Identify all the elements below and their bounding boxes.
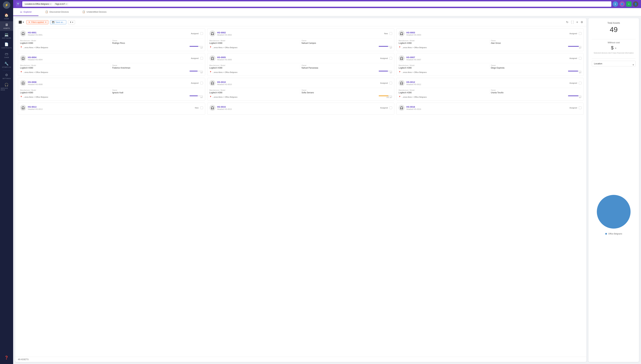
asset-checkbox[interactable] [579,106,581,109]
manufacturer-col: Manufacturer / Model Logitech H390 [20,40,111,44]
card-header: 🎧 HS-0015 Headset HS-0015 Assigned [209,105,392,111]
tab-discovered[interactable]: 📋 Discovered Devices [39,8,76,16]
progress-bar [568,96,581,96]
sidebar-item-settings[interactable]: ⚙ SETTINGS [0,71,13,81]
grid-settings-button[interactable]: ⚙ [580,20,584,24]
asset-subtitle: Headset HS-0013 [28,108,193,110]
location-select-wrap: Location ▾ [592,61,635,68]
asset-card[interactable]: 🎧 HS-0001 Headset HS-0001 Assigned Manuf… [18,28,205,51]
card-details: Manufacturer / Model Logitech H390 Owner… [209,88,392,94]
owner-label: Owner [491,40,580,42]
manufacturer-label: Manufacturer / Model [209,64,299,66]
manufacturer-label: Manufacturer / Model [399,89,488,91]
location-value: ...enos Aires > Office Belgrano [23,96,48,98]
asset-checkbox[interactable] [200,57,203,60]
toolbar-left: ⬛ ▾ ▼ Filters applied ✕ 💾 Save as... ⬇ ▾ [18,20,75,24]
location-select[interactable]: Location [592,61,635,66]
location-value: ...enos Aires > Office Belgrano [23,71,48,73]
save-as-button[interactable]: 💾 Save as... [50,20,66,24]
location-icon: 📍 [20,46,23,48]
asset-card[interactable]: 🎧 HS-0016 Headset HS-0016 Assigned [396,102,584,115]
search-button[interactable]: 🔍 [16,2,21,6]
asset-card[interactable]: 🎧 HS-0008 Headset HS-0008 Assigned Manuf… [18,78,205,100]
tag-label: IoT [390,72,392,74]
asset-checkbox[interactable] [390,106,392,109]
progress-bar [568,46,581,47]
card-header: 🎧 HS-0005 Headset HS-0005 Assigned [209,55,392,61]
asset-status: Assigned [569,107,577,109]
progress-bar [379,71,392,72]
user-button[interactable]: 👤 [633,1,638,7]
sidebar-item-cmdb[interactable]: 🗃 CMDB [0,50,13,60]
asset-info: HS-0005 Headset HS-0005 [217,56,379,61]
asset-status: Assigned [191,32,198,34]
asset-status: Assigned [569,82,577,84]
sidebar-item-service-desk[interactable]: 🎧 SERVICE DESK [0,81,13,92]
home-icon: 🏠 [5,13,9,17]
card-details: Manufacturer / Model Logitech H390 Owner… [399,63,581,69]
fullscreen-button[interactable]: ⛶ [570,20,574,24]
sidebar-item-label: SETTINGS [2,78,11,79]
sidebar-item-label: HOME [4,18,9,20]
sidebar-item-label: SERVICE DESK [1,88,13,91]
remove-tag-tags[interactable]: ✕ [66,3,67,5]
location-value: ...enos Aires > Office Belgrano [212,96,237,98]
asset-checkbox[interactable] [579,32,581,35]
asset-card[interactable]: 🎧 HS-0002 Headset HS-0002 New Manufactur… [207,28,395,51]
list-view-button[interactable]: ≡ [576,20,579,24]
card-footer: 📍 ...enos Aires > Office Belgrano IoT [399,46,581,49]
asset-card[interactable]: 🎧 HS-0005 Headset HS-0005 Assigned Manuf… [207,53,395,76]
asset-card[interactable]: 🎧 HS-0007 Headset HS-0007 Assigned Manuf… [396,53,584,76]
location-text: 📍 ...enos Aires > Office Belgrano [20,46,48,48]
sidebar-item-software[interactable]: 💻 SOFTWARE [0,31,13,40]
sidebar-item-other-cis[interactable]: 🔧 OTHER CIs [0,60,13,70]
location-value: ...enos Aires > Office Belgrano [402,96,427,98]
asset-status: New [384,32,388,34]
asset-card[interactable]: 🎧 HS-0004 Headset HS-0004 Assigned Manuf… [18,53,205,76]
manufacturer-col: Manufacturer / Model Logitech H390 [399,89,489,94]
asset-checkbox[interactable] [200,106,203,109]
asset-checkbox[interactable] [200,32,203,35]
asset-subtitle: Headset HS-0007 [406,58,568,61]
remove-tag-location[interactable]: ✕ [50,3,51,5]
asset-card[interactable]: 🎧 HS-0015 Headset HS-0015 Assigned [207,102,395,115]
sidebar-item-contracts[interactable]: 📄 CONTRACTS [0,40,13,50]
download-button[interactable]: ⬇ ▾ [68,20,75,24]
asset-icon: 🎧 [209,30,215,36]
apps-button[interactable]: 🔷 [619,1,625,7]
asset-checkbox[interactable] [200,82,203,84]
progress-fill [189,46,198,47]
asset-checkbox[interactable] [390,57,392,60]
asset-name: HS-0007 [406,56,568,58]
tab-explorer[interactable]: 🗂 Explorer [13,8,39,16]
sidebar-item-assets[interactable]: 🖥 ASSETS [0,21,13,31]
asset-checkbox[interactable] [390,32,392,35]
asset-card[interactable]: 🎧 HS-0012 Headset HS-0012 Assigned Manuf… [396,78,584,100]
sidebar-item-home[interactable]: 🏠 HOME [0,12,13,21]
asset-card[interactable]: 🎧 HS-0010 Headset HS-0010 Assigned Manuf… [207,78,395,100]
asset-status: Assigned [569,32,577,34]
tab-label: Discovered Devices [49,10,69,13]
asset-checkbox[interactable] [579,82,581,84]
progress-bar-wrap: IoT [379,71,392,74]
card-footer: 📍 ...enos Aires > Office Belgrano IoT [399,71,581,74]
info-button[interactable]: ℹ [613,1,618,7]
tab-unidentified[interactable]: 📋 Unidentified Devices [76,8,113,16]
card-header: 🎧 HS-0013 Headset HS-0013 New [20,105,203,111]
assets-area: ⬛ ▾ ▼ Filters applied ✕ 💾 Save as... ⬇ ▾… [15,18,586,362]
asset-card[interactable]: 🎧 HS-0013 Headset HS-0013 New [18,102,205,115]
asset-icon: 🎧 [399,30,405,36]
asset-info: HS-0004 Headset HS-0004 [28,56,189,61]
card-header: 🎧 HS-0012 Headset HS-0012 Assigned [399,80,581,86]
card-footer: 📍 ...enos Aires > Office Belgrano IoT [20,71,203,74]
remove-filter[interactable]: ✕ [45,21,47,24]
sidebar-item-help[interactable]: ❓ [4,354,10,361]
asset-checkbox[interactable] [579,57,581,60]
location-icon: 📍 [399,46,401,48]
asset-checkbox[interactable] [390,82,392,84]
refresh-button[interactable]: ↻ [565,20,569,24]
manufacturer-col: Manufacturer / Model Logitech H390 [209,64,300,69]
asset-card[interactable]: 🎧 HS-0003 Headset HS-0003 Assigned Manuf… [396,28,584,51]
add-button[interactable]: + [626,1,631,7]
copy-button[interactable]: ⬛ ▾ [18,20,25,24]
